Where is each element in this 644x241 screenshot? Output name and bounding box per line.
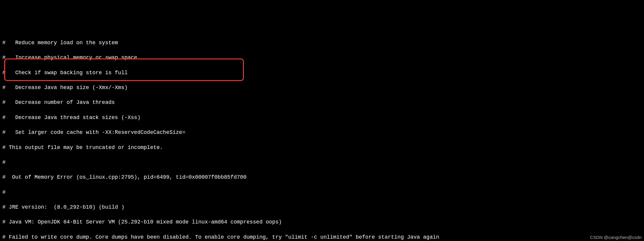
log-line: # Decrease number of Java threads: [2, 99, 642, 106]
log-line: # Decrease Java heap size (-Xmx/-Xms): [2, 84, 642, 91]
log-line: # Decrease Java thread stack sizes (-Xss…: [2, 114, 642, 121]
log-line-error: # Out of Memory Error (os_linux.cpp:2795…: [2, 174, 642, 181]
terminal-output: # Reduce memory load on the system # Inc…: [2, 32, 642, 241]
log-line: # Reduce memory load on the system: [2, 39, 642, 47]
log-line: # Java VM: OpenJDK 64-Bit Server VM (25.…: [2, 218, 642, 226]
log-line: # Failed to write core dump. Core dumps …: [2, 234, 642, 241]
log-line: # Increase physical memory or swap space: [2, 54, 642, 61]
log-line: # JRE version: (8.0_292-b10) (build ): [2, 204, 642, 211]
log-line: #: [2, 189, 642, 196]
log-line: # Set larger code cache with -XX:Reserve…: [2, 129, 642, 136]
watermark-text: CSDN @cangchen@csdn: [590, 234, 642, 240]
log-line: # This output file may be truncated or i…: [2, 144, 642, 151]
log-line: #: [2, 159, 642, 166]
log-line: # Check if swap backing store is full: [2, 69, 642, 77]
